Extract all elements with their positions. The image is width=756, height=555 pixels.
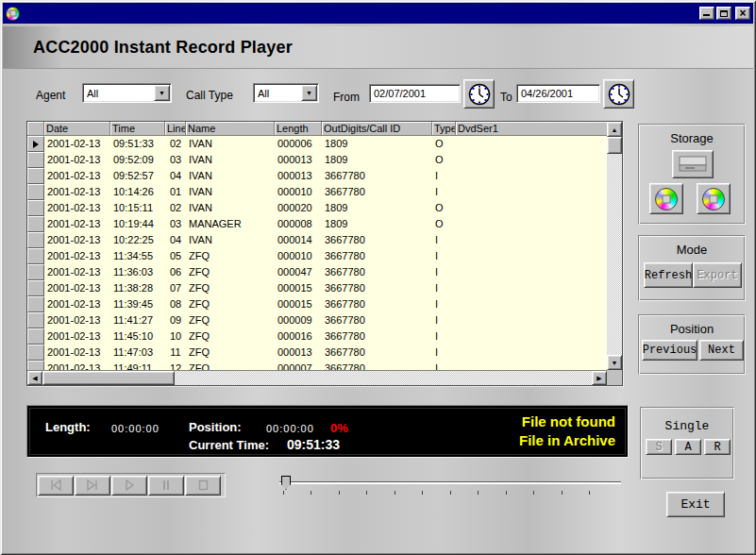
cell-type: O [432,216,456,232]
pause-button[interactable] [148,476,184,496]
maximize-button[interactable] [716,7,731,20]
cell-length: 000010 [275,248,322,264]
cell-type: I [432,184,456,200]
vertical-scrollbar[interactable]: ▲ ▼ [607,122,622,370]
table-row[interactable]: 2001-02-13 10:15:11 02 IVAN 000020 1809 … [27,200,607,216]
call-type-label: Call Type [186,89,233,102]
cell-outdigits: 3667780 [322,280,432,296]
to-date-input[interactable]: 04/26/2001 [516,84,600,103]
table-row[interactable]: 2001-02-13 11:36:03 06 ZFQ 000047 366778… [27,264,607,280]
skip-start-button[interactable] [38,476,74,496]
cd-storage-button-1[interactable] [649,183,683,214]
cell-time: 11:49:11 [110,361,165,370]
column-header-line: Line [165,122,186,136]
clock-icon [468,83,491,106]
cell-dvdser1 [456,361,607,370]
cell-outdigits: 3667780 [322,248,432,264]
cell-length: 000047 [275,264,322,280]
cell-dvdser1 [456,216,607,232]
cell-length: 000015 [275,296,322,312]
table-row[interactable]: 2001-02-13 09:52:57 04 IVAN 000013 36677… [27,168,607,184]
cell-line: 02 [165,136,186,152]
drive-button[interactable] [672,150,714,178]
horizontal-scrollbar[interactable]: ◀ ▶ [27,370,607,385]
status-message-1: File not found [522,413,615,429]
a-button[interactable]: A [675,439,701,455]
table-row[interactable]: 2001-02-13 11:38:28 07 ZFQ 000015 366778… [27,280,607,296]
cd-app-icon [6,7,20,21]
cd-storage-button-2[interactable] [697,183,731,214]
cell-line: 04 [165,232,186,248]
next-button[interactable]: Next [699,340,744,361]
cell-date: 2001-02-13 [44,152,110,168]
skip-start-icon [48,479,63,491]
table-row[interactable]: 2001-02-13 11:39:45 08 ZFQ 000015 366778… [27,296,607,312]
lcd-display: Length: 00:00:00 Position: 00:00:00 0% C… [26,405,629,458]
refresh-button[interactable]: Refresh [644,262,693,288]
scroll-up-button[interactable]: ▲ [607,122,622,137]
position-panel: Position Previous Next [638,314,746,375]
maximize-icon [720,10,728,17]
cell-date: 2001-02-13 [44,312,110,328]
scroll-down-button[interactable]: ▼ [607,355,622,370]
slider-thumb[interactable] [281,476,291,490]
cell-dvdser1 [456,296,607,312]
minimize-button[interactable] [699,7,714,20]
cell-time: 11:47:03 [110,345,165,361]
previous-button[interactable]: Previous [642,340,697,361]
hscroll-thumb[interactable] [42,371,175,385]
call-type-dropdown[interactable]: All ▼ [253,83,319,103]
table-row[interactable]: 2001-02-13 09:52:09 03 IVAN 000013 1809 … [27,152,607,168]
r-button[interactable]: R [704,439,731,455]
table-row[interactable]: 2001-02-13 11:45:10 10 ZFQ 000016 366778… [27,328,607,345]
cell-dvdser1 [456,168,607,184]
from-date-picker-button[interactable] [463,79,495,109]
agent-dropdown[interactable]: All ▼ [82,83,172,103]
play-button[interactable] [111,476,147,496]
position-slider[interactable] [279,474,621,496]
close-button[interactable]: × [735,7,750,20]
from-date-input[interactable]: 02/07/2001 [369,84,461,103]
call-type-dropdown-arrow-button[interactable]: ▼ [301,85,317,101]
to-label: To [500,91,512,104]
table-row[interactable]: 2001-02-13 11:49:11 12 ZFQ 000007 366778… [27,361,607,370]
stop-button[interactable] [185,476,221,496]
export-button[interactable]: Export [693,262,742,288]
cell-line: 08 [165,296,186,312]
table-row[interactable]: 2001-02-13 11:47:03 11 ZFQ 000013 366778… [27,345,607,361]
cell-time: 09:51:33 [110,136,165,152]
table-row[interactable]: 2001-02-13 10:14:26 01 IVAN 000010 36677… [27,184,607,200]
cell-name: IVAN [186,184,275,200]
table-row[interactable]: 2001-02-13 10:19:44 03 MANAGER 000008 18… [27,216,607,232]
table-row[interactable]: 2001-02-13 09:51:33 02 IVAN 000006 1809 … [27,136,607,152]
cell-line: 10 [165,328,186,345]
cell-time: 10:22:25 [110,232,165,248]
to-date-picker-button[interactable] [603,79,634,109]
table-row[interactable]: 2001-02-13 11:34:55 05 ZFQ 000010 366778… [27,248,607,264]
scroll-left-button[interactable]: ◀ [27,371,42,385]
cell-name: IVAN [186,152,275,168]
cell-length: 000013 [275,168,322,184]
records-table: Date Time Line Name Length OutDigits/Cal… [26,121,623,386]
pause-icon [160,479,173,491]
exit-button[interactable]: Exit [666,492,725,517]
storage-label: Storage [639,131,745,145]
vscroll-thumb[interactable] [607,137,622,154]
cell-name: IVAN [186,200,275,216]
cell-type: I [432,264,456,280]
cell-line: 09 [165,312,186,328]
cell-time: 10:19:44 [110,216,165,232]
arrow-right-icon: ▶ [596,375,601,381]
slider-track[interactable] [279,481,621,484]
cell-date: 2001-02-13 [44,345,110,361]
cell-outdigits: 3667780 [322,296,432,312]
skip-end-button[interactable] [75,476,110,496]
column-header-date: Date [44,122,110,136]
cell-length: 000013 [275,152,322,168]
table-row[interactable]: 2001-02-13 11:41:27 09 ZFQ 000009 366778… [27,312,607,328]
cell-time: 11:36:03 [110,264,165,280]
s-button[interactable]: S [646,439,672,455]
table-row[interactable]: 2001-02-13 10:22:25 04 IVAN 000014 36677… [27,232,607,248]
agent-dropdown-arrow-button[interactable]: ▼ [154,85,170,101]
scroll-right-button[interactable]: ▶ [592,371,607,385]
